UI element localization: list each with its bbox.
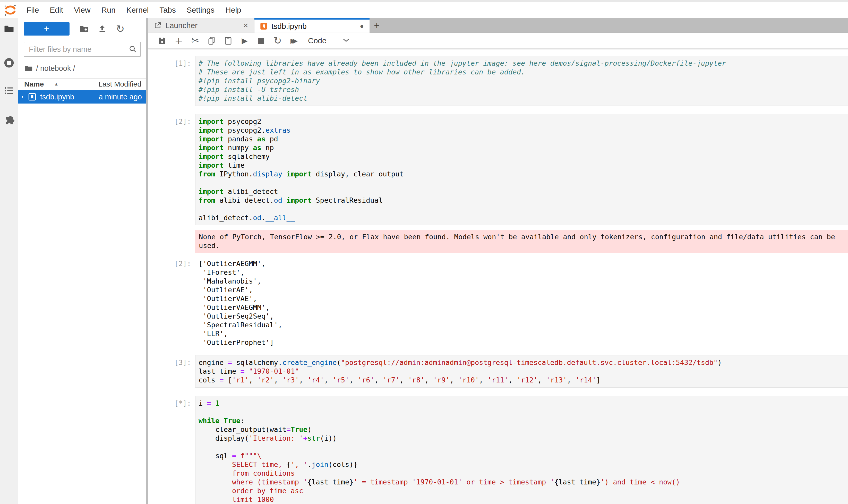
panel-resize-handle[interactable] bbox=[146, 18, 148, 504]
execution-prompt: [1]: bbox=[148, 56, 195, 106]
new-folder-button[interactable] bbox=[75, 22, 93, 36]
main-menubar: File Edit View Run Kernel Tabs Settings … bbox=[0, 2, 848, 18]
search-icon bbox=[128, 45, 137, 55]
new-launcher-button[interactable]: + bbox=[24, 22, 70, 36]
tab-launcher[interactable]: Launcher × bbox=[148, 18, 254, 33]
sort-ascending-icon: ▲ bbox=[54, 82, 58, 87]
execution-prompt: [2]: bbox=[148, 114, 195, 226]
main-work-area: Launcher × tsdb.ipynb ● + + bbox=[148, 18, 848, 504]
upload-files-button[interactable] bbox=[93, 22, 111, 36]
notebook-scroll-area[interactable]: [1]:# The following libraries have alrea… bbox=[148, 49, 848, 504]
file-list-header: Name ▲ Last Modified bbox=[18, 78, 146, 90]
code-cell[interactable]: [1]:# The following libraries have alrea… bbox=[148, 56, 848, 106]
refresh-file-list-button[interactable]: ↻ bbox=[111, 22, 129, 36]
cell-editor[interactable]: import psycopg2import psycopg2.extrasimp… bbox=[195, 114, 848, 226]
left-activity-bar bbox=[0, 18, 18, 504]
menu-item-view[interactable]: View bbox=[69, 3, 96, 17]
file-name: tsdb.ipynb bbox=[40, 93, 74, 101]
menu-item-help[interactable]: Help bbox=[220, 3, 247, 17]
code-cell[interactable]: [2]:import psycopg2import psycopg2.extra… bbox=[148, 114, 848, 347]
cell-input-row: [2]:import psycopg2import psycopg2.extra… bbox=[148, 114, 848, 226]
cell-editor[interactable]: # The following libraries have already b… bbox=[195, 56, 848, 106]
code-cell[interactable]: [3]:engine = sqlalchemy.create_engine("p… bbox=[148, 355, 848, 388]
launcher-icon bbox=[154, 21, 162, 30]
column-header-name[interactable]: Name ▲ bbox=[18, 78, 86, 90]
cell-input-row: [*]:i = 1 while True: clear_output(wait=… bbox=[148, 396, 848, 504]
home-folder-icon[interactable] bbox=[24, 64, 33, 73]
notebook-file-icon bbox=[259, 22, 268, 30]
cell-input-row: [3]:engine = sqlalchemy.create_engine("p… bbox=[148, 355, 848, 388]
jupyter-logo-icon bbox=[4, 3, 17, 17]
notebook-toolbar: + ✂ ▶ ■ ↻ ▶▶ Code bbox=[148, 33, 848, 49]
menu-item-kernel[interactable]: Kernel bbox=[121, 3, 154, 17]
output-prompt: [2]: bbox=[148, 256, 195, 347]
cell-editor[interactable]: i = 1 while True: clear_output(wait=True… bbox=[195, 396, 848, 504]
execution-prompt: [*]: bbox=[148, 396, 195, 504]
interrupt-kernel-button[interactable]: ■ bbox=[253, 35, 269, 47]
execution-prompt: [3]: bbox=[148, 355, 195, 388]
running-sessions-tab-icon[interactable] bbox=[3, 57, 15, 69]
breadcrumb-path[interactable]: / notebook / bbox=[36, 64, 75, 73]
menu-item-tabs[interactable]: Tabs bbox=[154, 3, 181, 17]
document-tab-bar: Launcher × tsdb.ipynb ● + bbox=[148, 18, 848, 33]
filter-files-box bbox=[24, 42, 141, 57]
file-row-tsdb-ipynb[interactable]: • tsdb.ipynb a minute ago bbox=[18, 90, 146, 104]
new-tab-button[interactable]: + bbox=[369, 18, 384, 33]
column-header-last-modified[interactable]: Last Modified bbox=[86, 80, 146, 88]
menu-item-edit[interactable]: Edit bbox=[44, 3, 69, 17]
menu-item-file[interactable]: File bbox=[21, 3, 44, 17]
file-modified: a minute ago bbox=[98, 93, 146, 101]
restart-kernel-button[interactable]: ↻ bbox=[269, 35, 286, 47]
file-browser-toolbar: + ↻ bbox=[18, 18, 146, 39]
code-cell[interactable]: [*]:i = 1 while True: clear_output(wait=… bbox=[148, 396, 848, 504]
tab-label[interactable]: tsdb.ipynb bbox=[268, 22, 359, 31]
extensions-puzzle-icon[interactable] bbox=[3, 114, 15, 126]
cell-editor[interactable]: engine = sqlalchemy.create_engine("postg… bbox=[195, 355, 848, 388]
unsaved-changes-dot: ● bbox=[359, 22, 365, 30]
cell-input-row: [1]:# The following libraries have alrea… bbox=[148, 56, 848, 106]
file-browser-panel: + ↻ / notebook / bbox=[18, 18, 146, 504]
paste-cells-button[interactable] bbox=[220, 35, 236, 47]
tab-tsdb-ipynb[interactable]: tsdb.ipynb ● bbox=[254, 18, 369, 33]
jupyterlab-window: File Edit View Run Kernel Tabs Settings … bbox=[0, 0, 848, 504]
table-of-contents-tab-icon[interactable] bbox=[3, 85, 15, 96]
execute-result: ['OutlierAEGMM', 'IForest', 'Mahalanobis… bbox=[195, 256, 848, 347]
cell-output-row: [2]:['OutlierAEGMM', 'IForest', 'Mahalan… bbox=[148, 256, 848, 347]
window-top-strip bbox=[0, 0, 848, 2]
tab-label[interactable]: Launcher bbox=[162, 21, 242, 30]
save-button[interactable] bbox=[154, 35, 170, 47]
close-tab-icon[interactable]: × bbox=[242, 20, 249, 30]
cut-cells-button[interactable]: ✂ bbox=[187, 35, 203, 47]
filter-files-input[interactable] bbox=[24, 42, 141, 57]
stderr-output: None of PyTorch, TensorFlow >= 2.0, or F… bbox=[195, 230, 848, 253]
notebook-file-icon bbox=[28, 92, 37, 101]
insert-cell-button[interactable]: + bbox=[170, 35, 187, 47]
menu-item-run[interactable]: Run bbox=[96, 3, 121, 17]
running-kernel-dot: • bbox=[18, 94, 25, 100]
breadcrumb[interactable]: / notebook / bbox=[18, 57, 146, 78]
file-browser-tab-icon[interactable] bbox=[3, 23, 15, 35]
cell-type-dropdown[interactable]: Code bbox=[308, 36, 326, 45]
restart-run-all-button[interactable]: ▶▶ bbox=[286, 35, 302, 47]
cell-list: [1]:# The following libraries have alrea… bbox=[148, 56, 848, 504]
menu-item-settings[interactable]: Settings bbox=[181, 3, 220, 17]
copy-cells-button[interactable] bbox=[203, 35, 220, 47]
chevron-down-icon[interactable] bbox=[343, 38, 350, 43]
run-cell-button[interactable]: ▶ bbox=[236, 35, 253, 47]
